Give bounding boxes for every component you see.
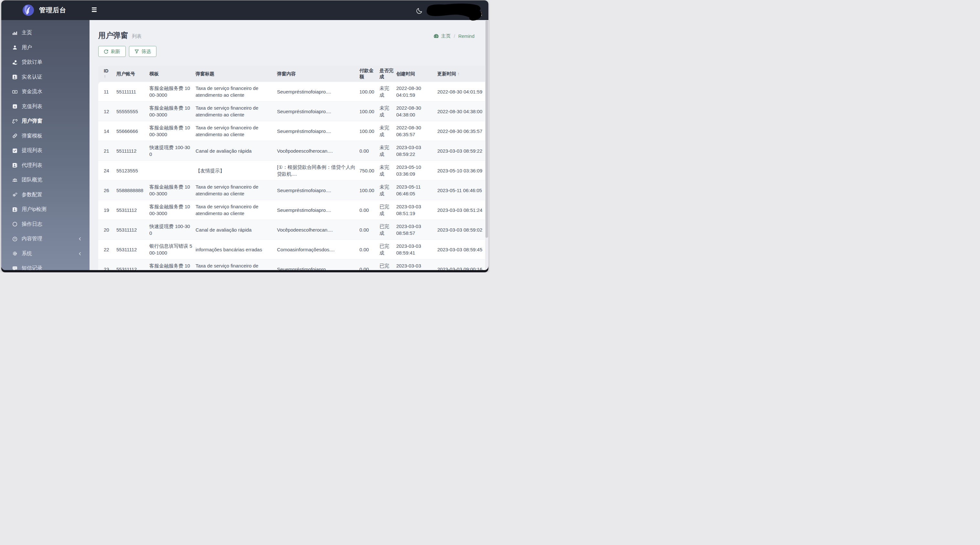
sidebar-item-操作日志[interactable]: 操作日志 — [1, 217, 89, 232]
topbar: 在线 — [89, 0, 488, 20]
filter-funnel-icon — [134, 49, 139, 54]
refresh-icon — [104, 49, 108, 54]
table-row[interactable]: 2455123555【友情提示】[①：根据贷款合同条例：借贷个人向贷款机....… — [98, 161, 488, 180]
sidebar-item-用户弹窗[interactable]: 用户弹窗 — [1, 114, 89, 129]
chart-bars-icon — [11, 30, 18, 35]
cell-status: 未完成 — [379, 102, 396, 121]
broken-link-icon — [11, 119, 18, 124]
cell-template: 客服金融服务费 1000-3000 — [150, 180, 196, 200]
table-row[interactable]: 1455666666客服金融服务费 1000-3000Taxa de servi… — [98, 121, 488, 141]
cell-id: 14 — [98, 121, 116, 141]
cell-account: 55311112 — [116, 220, 150, 240]
sidebar-item-label: 贷款订单 — [22, 59, 82, 66]
circle-icon — [11, 222, 18, 227]
sidebar-item-label: 操作日志 — [22, 221, 82, 228]
cell-id: 19 — [98, 200, 116, 220]
sidebar-item-实名认证[interactable]: 实名认证 — [1, 70, 89, 85]
cell-amount: 100.00 — [360, 82, 379, 102]
cell-content: Seuempréstimofoiapro.... — [277, 82, 360, 102]
breadcrumb-home[interactable]: 主页 — [433, 33, 450, 39]
table-row[interactable]: 2255311112银行信息填写错误 500-1000informações b… — [98, 240, 488, 260]
table-row[interactable]: 1255555555客服金融服务费 1000-3000Taxa de servi… — [98, 102, 488, 121]
table-row[interactable]: 265588888888客服金融服务费 1000-3000Taxa de ser… — [98, 180, 488, 200]
cell-amount: 0.00 — [360, 141, 379, 161]
column-header-template[interactable]: 模板 — [150, 66, 196, 82]
scrollbar-track[interactable] — [485, 21, 488, 270]
breadcrumb-separator: / — [454, 33, 455, 39]
column-header-title[interactable]: 弹窗标题 — [196, 66, 277, 82]
sidebar-item-主页[interactable]: 主页 — [1, 25, 89, 40]
table-row[interactable]: 1955311112客服金融服务费 1000-3000Taxa de servi… — [98, 200, 488, 220]
cell-title: Taxa de serviço financeiro de atendiment… — [196, 82, 277, 102]
link-icon — [11, 133, 18, 139]
cell-content: Seuempréstimofoiapro.... — [277, 260, 360, 270]
cell-title: Taxa de serviço financeiro de atendiment… — [196, 260, 277, 270]
sidebar-item-label: 用户弹窗 — [22, 118, 82, 124]
online-label: 在线 — [474, 11, 482, 17]
sidebar-item-label: 用户 — [22, 44, 82, 51]
cell-created: 2022-08-30 06:35:57 — [396, 121, 438, 141]
filter-label: 筛选 — [142, 48, 151, 55]
page-content: 用户弹窗 列表 主页 / Remind — [89, 20, 488, 270]
column-header-account[interactable]: 用户账号 — [116, 66, 150, 82]
sidebar-item-label: 团队概览 — [22, 177, 82, 183]
refresh-button[interactable]: 刷新 — [98, 46, 126, 57]
cell-created: 2023-03-03 08:59:41 — [396, 240, 438, 260]
users-icon — [11, 178, 18, 183]
address-card-icon — [11, 163, 18, 168]
cell-title: informações bancárias erradas — [196, 240, 277, 260]
cell-created: 2023-03-03 08:59:22 — [396, 141, 438, 161]
sidebar-item-label: 系统 — [22, 250, 78, 257]
cell-amount: 0.00 — [360, 220, 379, 240]
cell-updated: 2023-03-03 08:59:45 — [438, 240, 488, 260]
breadcrumb: 主页 / Remind — [433, 33, 474, 39]
sidebar-item-label: 内容管理 — [22, 236, 78, 242]
sidebar-item-提现列表[interactable]: 提现列表 — [1, 143, 89, 158]
sidebar-item-系统[interactable]: 系统 — [1, 247, 89, 261]
column-header-id[interactable]: ID↑ — [98, 66, 116, 82]
scrollbar-thumb[interactable] — [485, 21, 488, 238]
sidebar-item-短信记录[interactable]: 短信记录 — [1, 261, 89, 270]
cell-account: 55123555 — [116, 161, 150, 180]
brand-logo-icon — [22, 5, 34, 16]
filter-button[interactable]: 筛选 — [129, 46, 156, 57]
cell-content: Vocêpodeescolherocan.... — [277, 141, 360, 161]
cell-account: 5588888888 — [116, 180, 150, 200]
sidebar-item-贷款订单[interactable]: 贷款订单 — [1, 55, 89, 70]
table-row[interactable]: 2355311112客服金融服务费 1000-3000Taxa de servi… — [98, 260, 488, 270]
table-row[interactable]: 2055311112快速提现费 100-300Canal de avaliaçã… — [98, 220, 488, 240]
popup-table: ID↑用户账号模板弹窗标题弹窗内容付款金额是否完成创建时间更新时间 ↑ 1155… — [98, 66, 488, 270]
admin-app: 管理后台 主页用户贷款订单实名认证资金流水A充值列表用户弹窗弹窗模板提现列表代理… — [1, 0, 488, 270]
column-header-created[interactable]: 创建时间 — [396, 66, 438, 82]
toolbar: 刷新 筛选 — [98, 46, 488, 57]
column-header-amount[interactable]: 付款金额 — [360, 66, 379, 82]
column-header-status[interactable]: 是否完成 — [379, 66, 396, 82]
sidebar-item-用户[interactable]: 用户 — [1, 40, 89, 55]
check-square-icon — [11, 148, 18, 153]
sidebar-item-用户ip检测[interactable]: 用户ip检测 — [1, 202, 89, 217]
chevron-left-icon — [78, 237, 82, 241]
table-row[interactable]: 1155111111客服金融服务费 1000-3000Taxa de servi… — [98, 82, 488, 102]
cell-title: Canal de avaliação rápida — [196, 220, 277, 240]
sidebar-item-参数配置[interactable]: 参数配置 — [1, 188, 89, 202]
cell-amount: 0.00 — [360, 240, 379, 260]
cell-account: 55311112 — [116, 260, 150, 270]
sidebar-item-资金流水[interactable]: 资金流水 — [1, 84, 89, 99]
cell-content: Seuempréstimofoiapro.... — [277, 200, 360, 220]
cell-updated: 2023-05-10 03:36:09 — [438, 161, 488, 180]
dark-mode-moon-icon[interactable] — [416, 8, 423, 14]
column-header-updated[interactable]: 更新时间 ↑ — [438, 66, 488, 82]
cell-updated: 2023-05-11 06:46:05 — [438, 180, 488, 200]
sidebar-item-内容管理[interactable]: ?内容管理 — [1, 231, 89, 247]
sidebar-item-代理列表[interactable]: 代理列表 — [1, 158, 89, 173]
screen: 管理后台 主页用户贷款订单实名认证资金流水A充值列表用户弹窗弹窗模板提现列表代理… — [0, 0, 490, 272]
cell-updated: 2023-03-03 08:59:22 — [438, 141, 488, 161]
column-header-content[interactable]: 弹窗内容 — [277, 66, 360, 82]
cell-id: 23 — [98, 260, 116, 270]
sidebar-item-团队概览[interactable]: 团队概览 — [1, 173, 89, 188]
menu-toggle-icon[interactable] — [92, 8, 97, 13]
sidebar-item-充值列表[interactable]: A充值列表 — [1, 99, 89, 114]
cell-template: 客服金融服务费 1000-3000 — [150, 121, 196, 141]
sidebar-item-弹窗模板[interactable]: 弹窗模板 — [1, 129, 89, 143]
table-row[interactable]: 2155111112快速提现费 100-300Canal de avaliaçã… — [98, 141, 488, 161]
